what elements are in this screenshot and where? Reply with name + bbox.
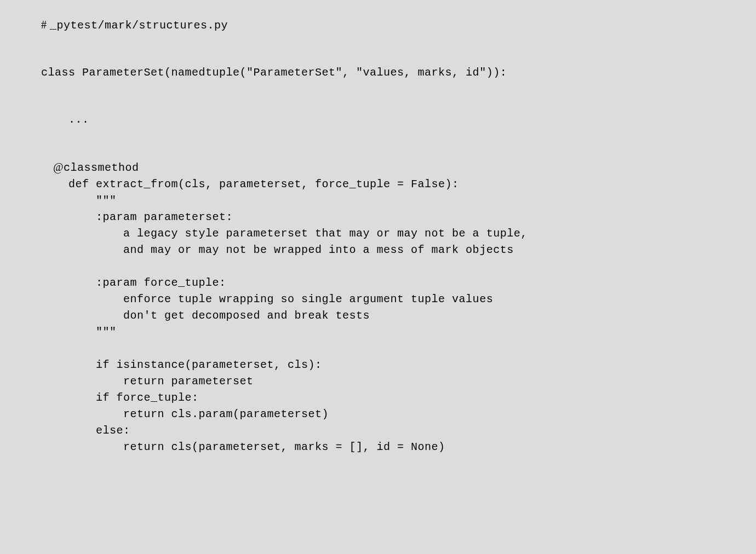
blank-line: [41, 34, 756, 65]
blank-line: [41, 128, 756, 159]
code-line-10: :param force_tuple:: [41, 275, 756, 291]
code-line-15: return parameterset: [41, 373, 756, 390]
code-line-9: and may or may not be wrapped into a mes…: [41, 242, 756, 258]
code-line-12: don't get decomposed and break tests: [41, 308, 756, 324]
code-line-2: class ParameterSet(namedtuple("Parameter…: [41, 65, 756, 81]
code-line-8: a legacy style parameterset that may or …: [41, 226, 756, 242]
code-line-7: :param parameterset:: [41, 209, 756, 226]
blank-line: [41, 341, 756, 357]
code-line-19: return cls(parameterset, marks = [], id …: [41, 439, 756, 455]
code-line-6: """: [41, 193, 756, 209]
code-line-17: return cls.param(parameterset): [41, 406, 756, 423]
code-line-13: """: [41, 324, 756, 341]
code-line-4: @classmethod: [41, 159, 756, 176]
code-line-3: ...: [41, 112, 756, 128]
code-line-18: else:: [41, 423, 756, 439]
code-line-1: # _pytest/mark/structures.py: [41, 16, 756, 34]
code-line-5: def extract_from(cls, parameterset, forc…: [41, 176, 756, 193]
blank-line: [41, 81, 756, 112]
code-line-14: if isinstance(parameterset, cls):: [41, 357, 756, 373]
code-line-11: enforce tuple wrapping so single argumen…: [41, 291, 756, 308]
code-line-16: if force_tuple:: [41, 390, 756, 406]
blank-line: [41, 258, 756, 275]
